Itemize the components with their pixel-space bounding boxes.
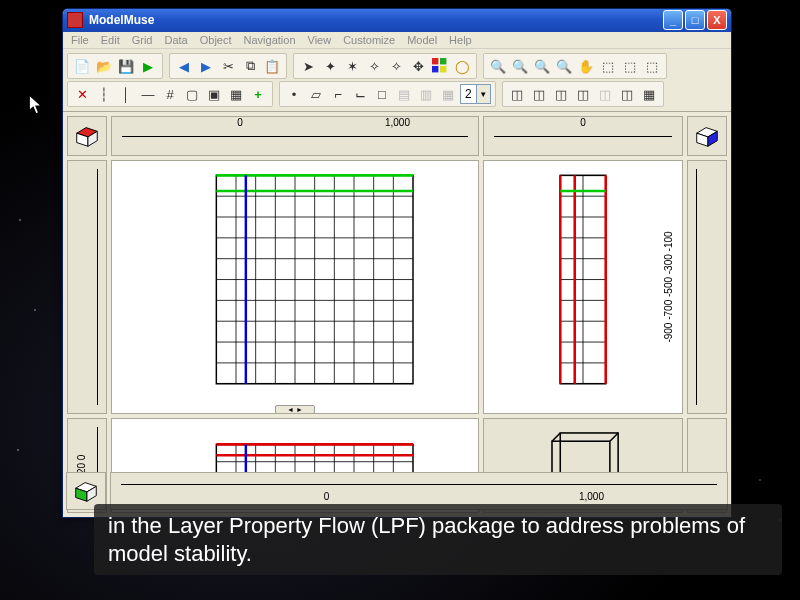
palette-icon[interactable] [430, 56, 450, 76]
menu-model[interactable]: Model [407, 34, 437, 46]
cube4-icon[interactable]: ◫ [595, 84, 615, 104]
maximize-button[interactable]: □ [685, 10, 705, 30]
vline-icon[interactable]: ┆ [94, 84, 114, 104]
ruler-top-main: 0 1,000 [111, 116, 479, 156]
rect0-icon[interactable]: ▢ [182, 84, 202, 104]
menubar: File Edit Grid Data Object Navigation Vi… [63, 32, 731, 50]
minimize-button[interactable]: _ [663, 10, 683, 30]
selecttool-icon[interactable]: ✧ [364, 56, 384, 76]
menu-file[interactable]: File [71, 34, 89, 46]
menu-data[interactable]: Data [164, 34, 187, 46]
cube1-icon[interactable]: ◫ [529, 84, 549, 104]
titlebar[interactable]: ModelMuse _ □ X [63, 9, 731, 32]
app-window: ModelMuse _ □ X File Edit Grid Data Obje… [62, 8, 732, 518]
menu-customize[interactable]: Customize [343, 34, 395, 46]
zoom-rect-icon[interactable]: 🔍 [554, 56, 574, 76]
cube6-icon[interactable]: ▦ [639, 84, 659, 104]
open-icon[interactable]: 📂 [94, 56, 114, 76]
zoomtool2-icon[interactable]: ⬚ [620, 56, 640, 76]
hatch3-icon[interactable]: ▦ [438, 84, 458, 104]
cut-icon[interactable]: ✂ [218, 56, 238, 76]
menu-view[interactable]: View [308, 34, 332, 46]
cube0-icon[interactable]: ◫ [507, 84, 527, 104]
grid2-icon[interactable]: ▦ [226, 84, 246, 104]
poly-icon[interactable]: ✶ [342, 56, 362, 76]
zoom-fit-icon[interactable]: 🔍 [532, 56, 552, 76]
menu-grid[interactable]: Grid [132, 34, 153, 46]
delete-grid-icon[interactable]: ✕ [72, 84, 92, 104]
square-icon[interactable]: □ [372, 84, 392, 104]
rect1-icon[interactable]: ▣ [204, 84, 224, 104]
pan-icon[interactable]: ✋ [576, 56, 596, 76]
side-grid [490, 167, 676, 407]
paste-icon[interactable]: 📋 [262, 56, 282, 76]
menu-help[interactable]: Help [449, 34, 472, 46]
menu-navigation[interactable]: Navigation [244, 34, 296, 46]
top-view-indicator[interactable] [67, 116, 107, 156]
svg-line-58 [552, 433, 560, 441]
svg-line-59 [610, 433, 618, 441]
svg-rect-3 [440, 66, 446, 72]
subtitle-caption: in the Layer Property Flow (LPF) package… [94, 504, 782, 575]
pointer-icon[interactable]: ➤ [298, 56, 318, 76]
point-icon[interactable]: • [284, 84, 304, 104]
ruler-top-side: 0 [483, 116, 683, 156]
circle-icon[interactable]: ◯ [452, 56, 472, 76]
cube2-icon[interactable]: ◫ [551, 84, 571, 104]
sep-icon[interactable]: │ [116, 84, 136, 104]
spinner-down-icon[interactable]: ▼ [476, 85, 490, 103]
side-view-indicator[interactable] [687, 116, 727, 156]
hatch2-icon[interactable]: ▥ [416, 84, 436, 104]
app-icon [67, 12, 83, 28]
top-view-pane[interactable]: ◄ ► [111, 160, 479, 414]
openbox-icon[interactable]: ▱ [306, 84, 326, 104]
ruler-left-main: -900 -700 -500 -300 -100 [67, 160, 107, 414]
lasso-icon[interactable]: ✦ [320, 56, 340, 76]
save-icon[interactable]: 💾 [116, 56, 136, 76]
selecttool2-icon[interactable]: ✧ [386, 56, 406, 76]
copy-icon[interactable]: ⧉ [240, 56, 260, 76]
svg-rect-1 [440, 58, 446, 64]
hline-icon[interactable]: — [138, 84, 158, 104]
ruler-right-side: -900 -700 -500 -300 -100 [687, 160, 727, 414]
workspace: 0 1,000 0 -900 -700 -500 -300 -100 [63, 112, 731, 517]
view-slider[interactable]: ◄ ► [275, 405, 315, 414]
zoom-in-icon[interactable]: 🔍 [488, 56, 508, 76]
zoom-out-icon[interactable]: 🔍 [510, 56, 530, 76]
window-title: ModelMuse [89, 13, 663, 27]
redo-icon[interactable]: ▶ [196, 56, 216, 76]
cube5-icon[interactable]: ◫ [617, 84, 637, 104]
grid-icon[interactable]: # [160, 84, 180, 104]
svg-rect-0 [432, 58, 438, 64]
menu-object[interactable]: Object [200, 34, 232, 46]
mouse-cursor [28, 94, 46, 116]
stair-icon[interactable]: ⌙ [350, 84, 370, 104]
svg-rect-2 [432, 66, 438, 72]
zoomtool1-icon[interactable]: ⬚ [598, 56, 618, 76]
move-icon[interactable]: ✥ [408, 56, 428, 76]
menu-edit[interactable]: Edit [101, 34, 120, 46]
new-icon[interactable]: 📄 [72, 56, 92, 76]
zoomtool3-icon[interactable]: ⬚ [642, 56, 662, 76]
close-button[interactable]: X [707, 10, 727, 30]
undo-icon[interactable]: ◀ [174, 56, 194, 76]
top-grid [118, 167, 472, 407]
toolbars: 📄 📂 💾 ▶ ◀ ▶ ✂ ⧉ 📋 ➤ ✦ ✶ ✧ ✧ ✥ ◯ [63, 49, 731, 112]
hatch1-icon[interactable]: ▤ [394, 84, 414, 104]
layer-spinner[interactable]: 2 ▼ [460, 84, 491, 104]
layer-value: 2 [461, 87, 476, 101]
add-icon[interactable]: + [248, 84, 268, 104]
side-view-pane[interactable] [483, 160, 683, 414]
cube3-icon[interactable]: ◫ [573, 84, 593, 104]
run-icon[interactable]: ▶ [138, 56, 158, 76]
step-icon[interactable]: ⌐ [328, 84, 348, 104]
